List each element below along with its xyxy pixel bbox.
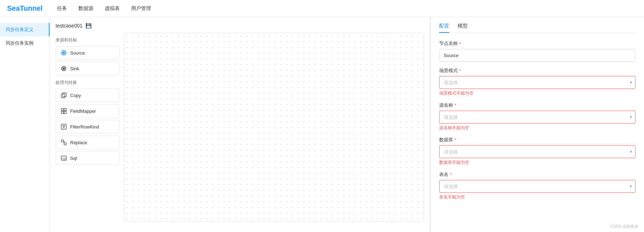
nav-item-user-mgmt[interactable]: 用户管理 — [131, 4, 151, 13]
logo: SeaTunnel — [7, 4, 43, 12]
tool-fieldmapper-label: FieldMapper — [70, 109, 96, 114]
svg-rect-5 — [63, 93, 66, 97]
svg-rect-15 — [64, 143, 66, 145]
tool-source-label: Source — [70, 50, 85, 56]
scene-mode-select[interactable]: 请选择 — [439, 76, 635, 89]
form-group-source-name: 源名称 * 请选择 ▾ 源名称不能为空 — [439, 102, 635, 131]
svg-rect-8 — [61, 111, 63, 114]
database-select-wrapper: 请选择 ▾ — [439, 145, 635, 158]
tool-source[interactable]: Source — [56, 46, 120, 60]
source-name-select-wrapper: 请选择 ▾ — [439, 111, 635, 123]
content-area: testcase001 💾 来源和目标 Source — [50, 17, 644, 232]
source-name-error-msg: 源名称不能为空 — [439, 125, 635, 131]
tool-sql-label: Sql — [70, 156, 77, 161]
sources-section-title: 来源和目标 — [56, 37, 120, 43]
tool-fieldmapper[interactable]: FieldMapper — [56, 104, 120, 118]
required-star-table: * — [450, 172, 452, 177]
tool-sink-label: Sink — [70, 66, 79, 71]
panel-tabs: 配置 模型 — [439, 23, 635, 33]
copy-icon — [60, 92, 67, 99]
svg-rect-14 — [61, 140, 63, 142]
node-name-label: 节点名称 * — [439, 40, 635, 47]
top-nav: SeaTunnel 任务 数据源 虚拟表 用户管理 — [0, 0, 644, 17]
filter-icon — [60, 123, 67, 130]
form-group-table: 表名 * 请选择 ▾ 表名不能为空 — [439, 171, 635, 200]
tab-config[interactable]: 配置 — [439, 23, 449, 33]
svg-rect-6 — [61, 109, 63, 111]
sidebar-item-sync-inst[interactable]: 同步任务实例 — [0, 36, 50, 50]
save-icon: 💾 — [85, 23, 92, 29]
watermark: CSDN @妈夜来 — [611, 224, 638, 229]
svg-text:SQL: SQL — [62, 157, 67, 160]
circle-dot-icon — [60, 65, 67, 72]
main-layout: 同步任务定义 同步任务实例 testcase001 💾 来源和目标 Source — [0, 17, 644, 232]
table-select[interactable]: 请选择 — [439, 180, 635, 193]
replace-icon — [60, 139, 67, 146]
nav-item-virtual-table[interactable]: 虚拟表 — [105, 4, 120, 13]
required-star-source-name: * — [455, 103, 456, 108]
source-name-select[interactable]: 请选择 — [439, 111, 635, 123]
canvas-body: 来源和目标 Source Sink 处理与转换 — [56, 33, 424, 222]
table-label: 表名 * — [439, 171, 635, 178]
sidebar: 同步任务定义 同步任务实例 — [0, 17, 50, 232]
toolbox: 来源和目标 Source Sink 处理与转换 — [56, 33, 120, 222]
database-error-msg: 数据库不能为空 — [439, 160, 635, 166]
node-name-input[interactable] — [439, 49, 635, 62]
nav-items: 任务 数据源 虚拟表 用户管理 — [57, 4, 151, 13]
grid-icon — [60, 107, 67, 115]
tool-sink[interactable]: Sink — [56, 62, 120, 75]
canvas-title: testcase001 — [56, 23, 83, 29]
right-panel: 配置 模型 节点名称 * 场景模式 * 请选择 — [430, 17, 644, 232]
transform-section-title: 处理与转换 — [56, 80, 120, 86]
tool-filterrowkind[interactable]: FilterRowKind — [56, 120, 120, 133]
svg-rect-4 — [61, 94, 65, 98]
database-select[interactable]: 请选择 — [439, 145, 635, 158]
svg-rect-3 — [63, 67, 65, 70]
tool-copy-label: Copy — [70, 93, 81, 98]
table-error-msg: 表名不能为空 — [439, 194, 635, 200]
tool-filterrowkind-label: FilterRowKind — [70, 124, 99, 130]
table-select-wrapper: 请选择 ▾ — [439, 180, 635, 193]
sidebar-item-sync-def[interactable]: 同步任务定义 — [0, 23, 50, 36]
scene-mode-error-msg: 场景模式不能为空 — [439, 90, 635, 96]
svg-rect-9 — [64, 111, 66, 114]
form-group-node-name: 节点名称 * — [439, 40, 635, 62]
source-name-label: 源名称 * — [439, 102, 635, 109]
canvas-header: testcase001 💾 — [56, 23, 424, 29]
required-star-node-name: * — [459, 41, 461, 46]
tool-sql[interactable]: SQL Sql — [56, 151, 120, 165]
scene-mode-select-wrapper: 请选择 ▾ — [439, 76, 635, 89]
sql-icon: SQL — [60, 155, 67, 162]
svg-point-1 — [63, 52, 65, 54]
svg-rect-7 — [64, 109, 66, 111]
tab-model[interactable]: 模型 — [458, 23, 468, 33]
required-star-database: * — [455, 137, 456, 143]
circle-icon — [60, 49, 67, 56]
grid-canvas[interactable] — [124, 33, 424, 222]
required-star-scene-mode: * — [459, 68, 461, 74]
tool-copy[interactable]: Copy — [56, 89, 120, 102]
canvas-area: testcase001 💾 来源和目标 Source — [50, 17, 430, 232]
nav-item-tasks[interactable]: 任务 — [57, 4, 67, 13]
nav-item-datasource[interactable]: 数据源 — [78, 4, 93, 13]
form-group-database: 数据库 * 请选择 ▾ 数据库不能为空 — [439, 137, 635, 166]
tool-replace[interactable]: Replace — [56, 136, 120, 149]
form-group-scene-mode: 场景模式 * 请选择 ▾ 场景模式不能为空 — [439, 67, 635, 96]
database-label: 数据库 * — [439, 137, 635, 143]
tool-replace-label: Replace — [70, 140, 87, 145]
scene-mode-label: 场景模式 * — [439, 67, 635, 74]
